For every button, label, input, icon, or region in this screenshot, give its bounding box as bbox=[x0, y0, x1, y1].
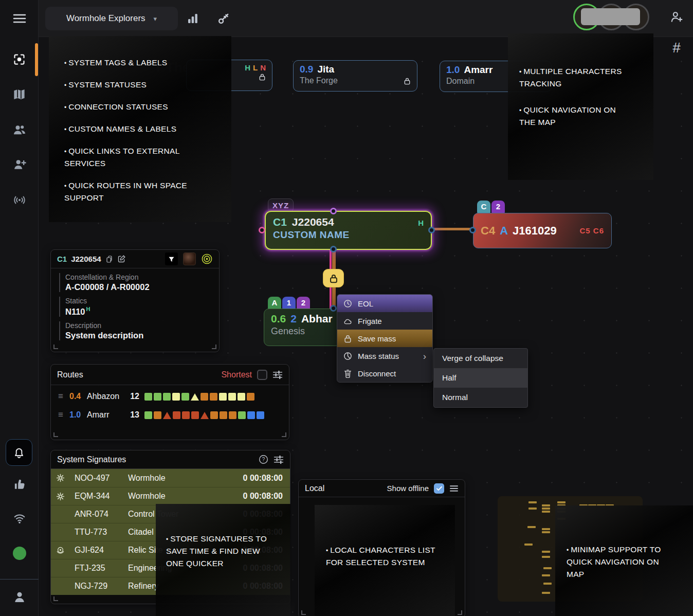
callout-local: LOCAL CHARACTERS LIST FOR SELECTED SYSTE… bbox=[315, 505, 455, 616]
resize-handle[interactable] bbox=[53, 596, 58, 601]
wormhole-class-icon[interactable] bbox=[165, 252, 178, 265]
sidebar-item-notifications[interactable] bbox=[6, 439, 32, 466]
menu-item-mass-status[interactable]: Mass status› bbox=[337, 347, 432, 365]
settings-sliders-icon[interactable] bbox=[272, 370, 283, 379]
system-tag-letter: L bbox=[253, 63, 258, 72]
minimap-system-marker bbox=[542, 504, 550, 506]
scan-target-icon[interactable] bbox=[201, 253, 213, 265]
connection-c1-c4[interactable] bbox=[432, 228, 472, 230]
minimap-system-marker bbox=[542, 531, 550, 533]
save-mass-lock-badge[interactable] bbox=[323, 269, 344, 287]
route-row[interactable]: ≡0.4Ahbazon12 bbox=[51, 389, 289, 404]
route-marker bbox=[191, 411, 199, 419]
signature-row[interactable]: NOO-497Wormhole0 00:08:00 bbox=[51, 469, 290, 487]
route-marker bbox=[247, 411, 255, 419]
hamburger-menu-icon[interactable] bbox=[0, 5, 39, 32]
sidebar-item-rally[interactable] bbox=[0, 470, 39, 498]
access-key-icon[interactable] bbox=[214, 9, 233, 28]
menu-item-frigate[interactable]: Frigate bbox=[337, 312, 432, 330]
resize-handle[interactable] bbox=[212, 345, 216, 349]
panel-title: System Signatures bbox=[57, 455, 126, 464]
menu-icon[interactable] bbox=[449, 485, 459, 492]
minimap-system-marker bbox=[542, 551, 550, 553]
system-node-c1-selected[interactable]: C1 J220654 H CUSTOM NAME bbox=[265, 211, 432, 250]
custom-tag-badge[interactable]: XYZ bbox=[268, 198, 294, 212]
connection-context-menu: EOLFrigateSave massMass status›Disconnec… bbox=[337, 294, 433, 383]
sidebar-item-focus-map[interactable] bbox=[0, 45, 39, 73]
submenu-item-normal[interactable]: Normal bbox=[434, 388, 527, 407]
callout-bullet: QUICK ROUTES IN WH SPACE SUPPORT bbox=[64, 179, 221, 204]
route-marker bbox=[173, 411, 180, 419]
menu-item-eol[interactable]: EOL bbox=[337, 295, 432, 312]
route-marker bbox=[163, 393, 171, 401]
connection-handle-top[interactable] bbox=[330, 208, 337, 214]
workspace-selector[interactable]: Wormhole Explorers ▾ bbox=[45, 7, 178, 30]
description-value: System description bbox=[65, 331, 212, 340]
menu-item-disconnect[interactable]: Disconnect bbox=[337, 365, 432, 382]
drag-handle-icon[interactable]: ≡ bbox=[58, 391, 69, 402]
statistics-icon[interactable] bbox=[184, 9, 202, 28]
security-status: 0.9 bbox=[300, 64, 313, 75]
add-character-icon[interactable] bbox=[666, 7, 687, 27]
connection-handle-right[interactable] bbox=[428, 227, 435, 233]
help-icon[interactable]: ? bbox=[259, 455, 268, 464]
region-name: Domain bbox=[446, 77, 475, 86]
resize-handle[interactable] bbox=[53, 432, 58, 437]
route-marker bbox=[181, 393, 189, 401]
system-info-panel[interactable]: C1 J220654 Constellation & Region A-C000… bbox=[50, 249, 220, 352]
route-marker bbox=[172, 393, 180, 401]
signature-row[interactable]: EQM-344Wormhole0 00:08:00 bbox=[51, 487, 290, 505]
show-offline-checkbox[interactable] bbox=[434, 483, 444, 494]
connection-handle-abhazon-top[interactable] bbox=[330, 305, 337, 312]
sidebar-item-profile[interactable] bbox=[0, 583, 39, 611]
relic-icon bbox=[56, 546, 75, 555]
route-destination: Amarr bbox=[87, 410, 122, 420]
minimap-system-marker bbox=[542, 528, 550, 530]
top-bar: Wormhole Explorers ▾ bbox=[39, 0, 693, 37]
submenu-item-half[interactable]: Half bbox=[434, 368, 527, 388]
chevron-down-icon: ▾ bbox=[154, 15, 157, 23]
route-marker bbox=[144, 393, 152, 401]
system-node-jita[interactable]: 0.9Jita The Forge bbox=[293, 60, 417, 92]
menu-item-save-mass[interactable]: Save mass bbox=[337, 330, 432, 347]
system-node-c4[interactable]: C4 A J161029 C5 C6 bbox=[473, 213, 612, 248]
route-row[interactable]: ≡1.0Amarr13 bbox=[51, 408, 289, 422]
left-sidebar bbox=[0, 0, 39, 616]
connection-handle-left[interactable] bbox=[259, 227, 265, 233]
callout-tracking: MULTIPLE CHARACTERS TRACKINGQUICK NAVIGA… bbox=[508, 33, 653, 180]
drag-handle-icon[interactable]: ≡ bbox=[58, 410, 69, 420]
sidebar-item-broadcast[interactable] bbox=[0, 186, 39, 214]
settings-sliders-icon[interactable] bbox=[273, 455, 284, 464]
security-status: 0.6 bbox=[271, 313, 286, 325]
resize-handle[interactable] bbox=[53, 345, 58, 349]
connection-handle-c4-left[interactable] bbox=[469, 227, 476, 233]
copy-icon[interactable] bbox=[105, 255, 113, 263]
resize-handle[interactable] bbox=[458, 610, 462, 615]
connection-handle-bottom[interactable] bbox=[330, 246, 337, 252]
route-system-markers bbox=[144, 411, 264, 419]
resize-handle[interactable] bbox=[282, 432, 286, 437]
system-effect-thumbnail[interactable] bbox=[183, 252, 196, 265]
region-name: The Forge bbox=[300, 76, 338, 85]
resize-handle[interactable] bbox=[301, 610, 306, 615]
route-jump-count: 12 bbox=[122, 392, 139, 401]
sidebar-item-maps[interactable] bbox=[0, 80, 39, 108]
security-status: 1.0 bbox=[446, 64, 460, 76]
lock-icon bbox=[259, 73, 266, 81]
hash-icon[interactable]: # bbox=[666, 38, 687, 58]
routes-list: ≡0.4Ahbazon12≡1.0Amarr13 bbox=[51, 389, 289, 422]
minimap-system-marker bbox=[542, 592, 550, 594]
submenu-item-verge-of-collapse[interactable]: Verge of collapse bbox=[434, 349, 527, 368]
callout-features: SYSTEM TAGS & LABELSSYSTEM STATUSESCONNE… bbox=[49, 36, 231, 222]
minimap-system-marker bbox=[542, 511, 550, 513]
sidebar-item-add-character[interactable] bbox=[0, 151, 39, 178]
signature-type: Wormhole bbox=[128, 474, 243, 483]
route-marker bbox=[228, 393, 236, 401]
routes-panel[interactable]: Routes Shortest ≡0.4Ahbazon12≡1.0Amarr13 bbox=[50, 364, 289, 440]
route-mode-checkbox[interactable] bbox=[257, 370, 267, 380]
signature-id: TTU-773 bbox=[75, 528, 128, 537]
route-marker bbox=[210, 393, 217, 401]
sidebar-item-characters[interactable] bbox=[0, 116, 39, 144]
route-mode-label[interactable]: Shortest bbox=[221, 370, 252, 379]
edit-icon[interactable] bbox=[117, 255, 126, 263]
